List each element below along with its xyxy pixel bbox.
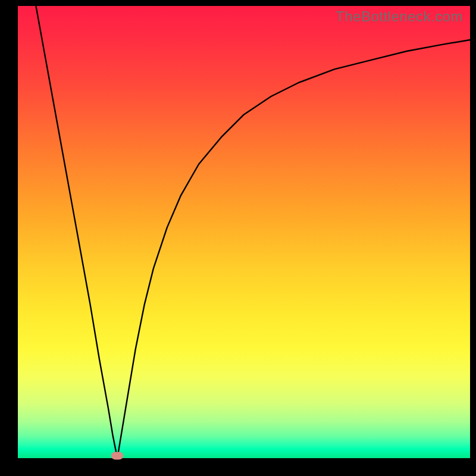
chart-frame: TheBottleneck.com bbox=[0, 0, 476, 476]
curve-right-branch bbox=[117, 40, 470, 458]
minimum-marker bbox=[111, 452, 123, 460]
plot-area: TheBottleneck.com bbox=[18, 6, 470, 458]
curve-svg bbox=[18, 6, 470, 458]
curve-left-branch bbox=[36, 6, 117, 458]
